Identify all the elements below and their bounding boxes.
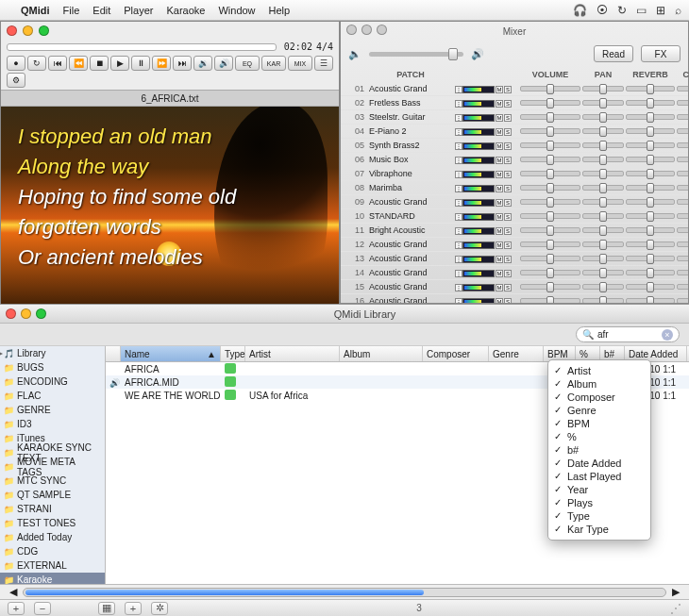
minimize-button[interactable] (23, 25, 33, 36)
close-button[interactable] (7, 25, 17, 36)
solo-button[interactable]: S (504, 86, 512, 93)
volume-slider[interactable] (520, 100, 580, 106)
pan-slider[interactable] (582, 298, 624, 303)
mute-button[interactable]: M (496, 142, 503, 150)
action-menu-button[interactable]: ✲ (151, 602, 168, 615)
volume-slider[interactable] (520, 142, 580, 148)
context-menu-item[interactable]: b# (548, 443, 650, 457)
zoom-button[interactable] (377, 25, 387, 35)
scroll-right-button[interactable]: ▶ (672, 586, 680, 598)
mute-button[interactable]: M (496, 114, 503, 122)
fx-button[interactable]: FX (641, 45, 681, 62)
chorus-slider[interactable] (677, 100, 688, 106)
grid-icon[interactable]: ⊞ (656, 4, 665, 17)
patch-name[interactable]: Vibraphone (369, 169, 452, 178)
clear-search-button[interactable]: × (662, 329, 673, 341)
resize-handle-icon[interactable]: ⋰ (670, 602, 681, 615)
pan-slider[interactable] (582, 256, 624, 261)
patch-name[interactable]: Music Box (369, 155, 452, 164)
channel-menu-button[interactable]: ⋮ (455, 199, 462, 207)
mute-button[interactable]: M (496, 241, 503, 249)
chorus-slider[interactable] (677, 128, 688, 134)
reverb-slider[interactable] (626, 256, 675, 261)
patch-name[interactable]: E-Piano 2 (369, 126, 452, 136)
minimize-button[interactable] (21, 308, 31, 319)
sidebar-item[interactable]: QT SAMPLE (0, 488, 105, 502)
pan-slider[interactable] (582, 100, 624, 106)
chorus-slider[interactable] (677, 199, 688, 205)
volume-slider[interactable] (520, 171, 580, 176)
sidebar-item[interactable]: MOVIE META TAGS (0, 459, 105, 474)
solo-button[interactable]: S (504, 100, 512, 108)
record-button[interactable]: ● (7, 56, 25, 71)
chorus-slider[interactable] (677, 86, 688, 92)
mute-button[interactable]: M (496, 100, 503, 108)
sidebar-item[interactable]: BUGS (0, 360, 105, 375)
chorus-slider[interactable] (677, 284, 688, 290)
mute-button[interactable]: M (496, 270, 503, 277)
channel-menu-button[interactable]: ⋮ (455, 171, 462, 178)
col-genre[interactable]: Genre (489, 346, 544, 361)
context-menu-item[interactable]: Album (548, 377, 650, 391)
chorus-slider[interactable] (677, 241, 688, 247)
patch-name[interactable]: Acoustic Grand (369, 197, 452, 207)
solo-button[interactable]: S (504, 227, 512, 235)
add-playlist-button[interactable]: + (8, 602, 25, 615)
document-tab[interactable]: 6_AFRICA.txt (1, 90, 339, 107)
settings-button[interactable]: ⚙ (7, 73, 25, 88)
pan-slider[interactable] (582, 284, 624, 290)
channel-menu-button[interactable]: ⋮ (455, 213, 462, 221)
channel-menu-button[interactable]: ⋮ (455, 227, 462, 235)
pan-slider[interactable] (582, 128, 624, 134)
pan-slider[interactable] (582, 241, 624, 247)
vol-up-button[interactable]: 🔊 (214, 56, 233, 71)
headphones-icon[interactable]: 🎧 (573, 4, 587, 17)
volume-slider[interactable] (520, 227, 580, 233)
solo-button[interactable]: S (504, 256, 512, 263)
pan-slider[interactable] (582, 270, 624, 275)
mute-button[interactable]: M (496, 298, 503, 303)
chorus-slider[interactable] (677, 256, 688, 261)
context-menu-item[interactable]: Last Played (548, 470, 650, 483)
master-volume-slider[interactable] (369, 52, 463, 57)
sidebar-item[interactable]: EXTERNAL (0, 558, 105, 573)
vol-down-button[interactable]: 🔉 (193, 56, 212, 71)
sidebar-item[interactable]: GENRE (0, 403, 105, 417)
solo-button[interactable]: S (504, 213, 512, 221)
add-button[interactable]: + (125, 602, 142, 615)
pan-slider[interactable] (582, 114, 624, 120)
reverb-slider[interactable] (626, 270, 675, 275)
solo-button[interactable]: S (504, 270, 512, 277)
channel-menu-button[interactable]: ⋮ (455, 114, 462, 122)
next-button[interactable]: ⏭ (173, 56, 192, 71)
mix-button[interactable]: MIX (288, 56, 312, 71)
volume-slider[interactable] (520, 241, 580, 247)
patch-name[interactable]: Acoustic Grand (369, 254, 452, 263)
chorus-slider[interactable] (677, 114, 688, 120)
channel-menu-button[interactable]: ⋮ (455, 128, 462, 136)
ffwd-button[interactable]: ⏩ (152, 56, 171, 71)
patch-name[interactable]: Synth Brass2 (369, 141, 452, 150)
zoom-button[interactable] (39, 25, 49, 36)
pan-slider[interactable] (582, 142, 624, 148)
volume-slider[interactable] (520, 256, 580, 261)
solo-button[interactable]: S (504, 241, 512, 249)
solo-button[interactable]: S (504, 284, 512, 291)
minimize-button[interactable] (361, 25, 372, 35)
pan-slider[interactable] (582, 171, 624, 176)
mute-button[interactable]: M (496, 256, 503, 263)
sidebar-item[interactable]: ▸Library (0, 346, 105, 360)
reverb-slider[interactable] (626, 298, 675, 303)
prev-button[interactable]: ⏮ (48, 56, 67, 71)
volume-slider[interactable] (520, 157, 580, 162)
chorus-slider[interactable] (677, 298, 688, 303)
context-menu-item[interactable]: Artist (548, 364, 650, 377)
stop-button[interactable]: ⏹ (90, 56, 109, 71)
reverb-slider[interactable] (626, 185, 675, 191)
pan-slider[interactable] (582, 213, 624, 219)
patch-name[interactable]: Acoustic Grand (369, 240, 452, 249)
eq-button[interactable]: EQ (235, 56, 260, 71)
menu-file[interactable]: File (63, 5, 80, 16)
zoom-button[interactable] (36, 308, 46, 319)
menu-player[interactable]: Player (124, 5, 153, 16)
